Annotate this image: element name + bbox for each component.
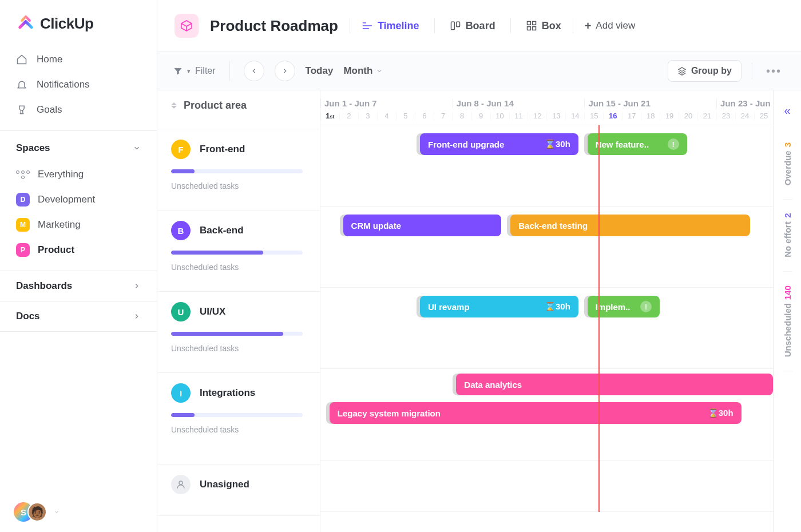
view-tab-label: Board [466,20,495,32]
area-badge: I [171,383,191,403]
view-tab-label: Box [542,20,561,32]
chevron-left-icon [250,67,258,75]
task-label: Back-end testing [518,221,588,231]
nav-goals[interactable]: Goals [8,97,149,122]
sidebar-space-marketing[interactable]: MMarketing [8,212,149,237]
timeline-lane[interactable]: CRM updateBack-end testing [320,207,773,288]
svg-rect-4 [527,27,530,30]
area-unscheduled-label: Unscheduled tasks [171,181,306,190]
brand-logo[interactable]: ClickUp [0,0,157,45]
nav-docs[interactable]: Docs [0,301,157,332]
day-label: 14 [565,112,584,120]
sort-icon [171,102,177,109]
day-label: 9 [471,112,490,120]
collapse-rail-button[interactable]: « [784,100,790,129]
sidebar-space-product[interactable]: PProduct [8,237,149,263]
svg-rect-0 [451,22,454,29]
next-button[interactable] [275,61,295,81]
today-button[interactable]: Today [306,65,334,77]
range-select[interactable]: Month [343,65,383,77]
topbar: Product Roadmap TimelineBoardBox + Add v… [157,0,801,51]
filter-button[interactable]: ▾ Filter [173,66,216,76]
area-progress [171,169,303,173]
task-bar[interactable]: Legacy system migration⌛30h [330,402,741,424]
day-label: 11 [509,112,528,120]
user-menu[interactable]: S 🧑🏾 [0,492,157,532]
timeline-lane[interactable]: Front-end upgrade⌛30hNew feature..! [320,125,773,207]
week-label: Jun 8 - Jun 14 [453,98,585,108]
day-label: 5 [396,112,415,120]
nav-home[interactable]: Home [8,47,149,72]
view-tab-box[interactable]: Box [526,20,561,32]
day-label: 13 [546,112,565,120]
rail-overdue[interactable]: Overdue 3 [783,129,792,200]
area-badge: U [171,302,191,321]
timeline-lane[interactable] [320,460,773,512]
task-time-estimate: ⌛30h [708,408,733,418]
area-row-front-end[interactable]: FFront-endUnscheduled tasks [157,129,320,211]
rail-unscheduled[interactable]: Unscheduled 140 [783,272,792,371]
week-label: Jun 15 - Jun 21 [584,98,716,108]
space-badge: M [16,218,30,232]
timeline-body: Front-end upgrade⌛30hNew feature..!CRM u… [320,125,773,512]
task-bar[interactable]: New feature..! [588,133,687,155]
spaces-header[interactable]: Spaces [0,131,157,162]
avatar-stack: S 🧑🏾 [14,502,47,522]
timeline-header: Jun 1 - Jun 7Jun 8 - Jun 14Jun 15 - Jun … [320,90,773,125]
day-label: 15 [584,112,603,120]
svg-rect-1 [456,22,459,26]
svg-rect-5 [532,27,536,30]
area-row-integrations[interactable]: IIntegrationsUnscheduled tasks [157,373,320,464]
task-bar[interactable]: CRM update [343,215,502,236]
page-title: Product Roadmap [210,17,338,35]
area-badge: F [171,140,191,159]
alert-icon: ! [668,138,679,150]
area-row-unasigned[interactable]: Unasigned [157,464,320,516]
area-progress [171,332,303,336]
spaces-header-label: Spaces [16,142,50,154]
timeline-lane[interactable]: UI revamp⌛30hImplem..! [320,288,773,369]
rail-noeffort[interactable]: No effort 2 [783,200,792,272]
timeline-grid[interactable]: Jun 1 - Jun 7Jun 8 - Jun 14Jun 15 - Jun … [320,90,774,532]
sidebar-space-development[interactable]: DDevelopment [8,187,149,212]
view-tab-timeline[interactable]: Timeline [362,20,419,32]
area-row-ui/ux[interactable]: UUI/UXUnscheduled tasks [157,292,320,373]
area-row-back-end[interactable]: BBack-endUnscheduled tasks [157,211,320,292]
space-everything[interactable]: Everything [8,162,149,187]
primary-nav: Home Notifications Goals [0,45,157,130]
timeline-content: Product area FFront-endUnscheduled tasks… [157,90,801,532]
sidebar: ClickUp Home Notifications Goals Spaces [0,0,157,532]
space-badge: P [16,243,30,257]
nav-dashboards[interactable]: Dashboards [0,271,157,301]
task-label: New feature.. [596,140,649,149]
groupby-button[interactable]: Group by [668,60,741,82]
day-label: 10 [490,112,509,120]
add-view-button[interactable]: + Add view [585,19,636,33]
row-labels-column: Product area FFront-endUnscheduled tasks… [157,90,320,532]
timeline-lane[interactable]: Data analyticsLegacy system migration⌛30… [320,369,773,460]
view-tab-board[interactable]: Board [450,20,495,32]
task-bar[interactable]: Back-end testing [510,215,750,236]
task-label: Data analytics [464,380,522,390]
plus-icon: + [585,19,592,33]
nav-notifications[interactable]: Notifications [8,72,149,97]
task-bar[interactable]: Front-end upgrade⌛30h [420,133,578,155]
timeline-icon [362,20,373,31]
day-label: 2 [339,112,358,120]
area-name: Unasigned [200,479,249,490]
more-options-button[interactable]: ••• [763,65,785,78]
area-unscheduled-label: Unscheduled tasks [171,344,306,353]
nav-home-label: Home [37,54,62,65]
rail-noeffort-label: No effort [783,222,792,258]
task-bar[interactable]: UI revamp⌛30h [420,296,578,317]
spaces-list: Everything DDevelopmentMMarketingPProduc… [0,162,157,271]
prev-button[interactable] [244,61,264,81]
nav-dashboards-label: Dashboards [16,280,72,292]
day-label: 12 [528,112,546,120]
grouping-header[interactable]: Product area [157,90,320,129]
layers-icon [677,66,687,76]
filter-label: Filter [195,66,216,76]
board-icon [450,20,461,31]
day-label: 20 [679,112,697,120]
task-bar[interactable]: Data analytics [456,374,773,395]
